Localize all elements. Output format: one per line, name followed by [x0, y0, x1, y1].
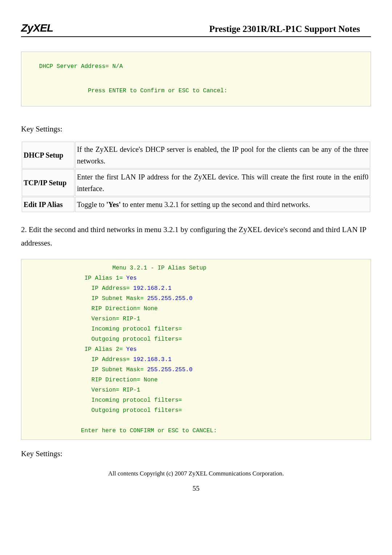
- text-bold: 'Yes': [106, 200, 121, 208]
- key-settings-heading-1: Key Settings:: [21, 125, 371, 134]
- table-row: Edit IP Alias Toggle to 'Yes' to enter m…: [22, 197, 370, 212]
- code-line: IP Address=: [29, 285, 133, 292]
- code-line: IP Subnet Mask=: [29, 295, 147, 302]
- code-line: IP Subnet Mask=: [29, 366, 147, 373]
- settings-table-1: DHCP Setup If the ZyXEL device's DHCP se…: [21, 141, 371, 213]
- code-highlight: Yes: [126, 346, 137, 353]
- code-line: IP Address=: [29, 356, 133, 363]
- key-settings-heading-2: Key Settings:: [21, 449, 371, 458]
- code-line: Press ENTER to Confirm or ESC to Cancel:: [29, 88, 227, 94]
- paragraph-step2: 2. Edit the second and third networks in…: [21, 223, 371, 250]
- code-line: Version= RIP-1: [29, 316, 140, 322]
- code-line: Version= RIP-1: [29, 387, 140, 393]
- code-box-ip-alias: Menu 3.2.1 - IP Alias Setup IP Alias 1= …: [21, 259, 371, 440]
- code-line: RIP Direction= None: [29, 305, 158, 312]
- code-line: Incoming protocol filters=: [29, 397, 182, 404]
- table-row: TCP/IP Setup Enter the first LAN IP addr…: [22, 169, 370, 196]
- code-line: Outgoing protocol filters=: [29, 407, 182, 414]
- cell-desc: Enter the first LAN IP address for the Z…: [75, 169, 370, 196]
- code-highlight: 192.168.3.1: [133, 356, 172, 363]
- text: to enter menu 3.2.1 for setting up the s…: [121, 200, 310, 208]
- code-highlight: 255.255.255.0: [147, 366, 192, 373]
- page-title: Prestige 2301R/RL-P1C Support Notes: [209, 24, 371, 34]
- cell-label-tcpip-setup: TCP/IP Setup: [22, 169, 74, 196]
- code-line: Menu 3.2.1 - IP Alias Setup: [29, 265, 207, 271]
- page-number: 55: [21, 485, 371, 493]
- code-line: Outgoing protocol filters=: [29, 336, 182, 343]
- cell-label-dhcp-setup: DHCP Setup: [22, 142, 74, 169]
- footer-copyright: All contents Copyright (c) 2007 ZyXEL Co…: [21, 470, 371, 477]
- code-box-dhcp: DHCP Server Address= N/A Press ENTER to …: [21, 52, 371, 106]
- cell-desc: Toggle to 'Yes' to enter menu 3.2.1 for …: [75, 197, 370, 212]
- code-line: IP Alias 2=: [29, 346, 126, 353]
- code-line: DHCP Server Address= N/A: [29, 63, 123, 70]
- code-highlight: Yes: [126, 275, 137, 281]
- logo: ZyXEL: [21, 22, 53, 34]
- code-line: RIP Direction= None: [29, 377, 158, 383]
- page-header: ZyXEL Prestige 2301R/RL-P1C Support Note…: [21, 22, 371, 37]
- code-highlight: 255.255.255.0: [147, 295, 192, 302]
- code-line: Enter here to CONFIRM or ESC to CANCEL:: [29, 428, 217, 434]
- code-highlight: 192.168.2.1: [133, 285, 172, 292]
- cell-desc: If the ZyXEL device's DHCP server is ena…: [75, 142, 370, 169]
- code-line: IP Alias 1=: [29, 275, 126, 281]
- table-row: DHCP Setup If the ZyXEL device's DHCP se…: [22, 142, 370, 169]
- text: Toggle to: [77, 200, 106, 208]
- cell-label-edit-ip-alias: Edit IP Alias: [22, 197, 74, 212]
- code-line: Incoming protocol filters=: [29, 326, 182, 332]
